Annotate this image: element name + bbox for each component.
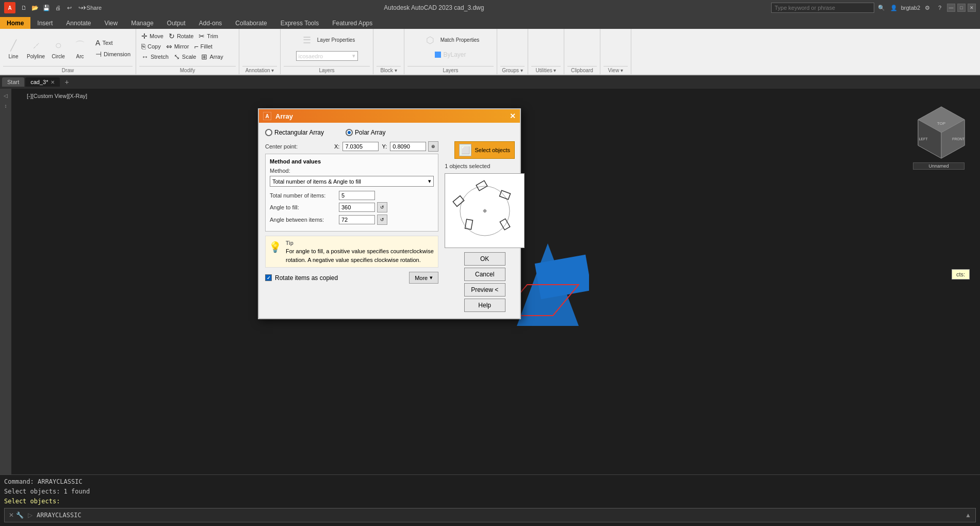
undo-btn[interactable]: ↩ bbox=[64, 3, 74, 13]
ok-btn[interactable]: OK bbox=[464, 252, 505, 266]
maximize-btn[interactable]: □ bbox=[957, 4, 966, 12]
tab-home[interactable]: Home bbox=[0, 17, 30, 29]
file-tab[interactable]: cad_3* ✕ bbox=[25, 77, 59, 87]
tab-output[interactable]: Output bbox=[160, 17, 192, 29]
dialog-right-btns: OK Cancel Preview < Help bbox=[464, 252, 505, 312]
pick-point-btn[interactable]: ⊕ bbox=[428, 141, 438, 152]
select-objects-btn[interactable]: ⬜ Select objects bbox=[454, 141, 514, 159]
new-btn[interactable]: 🗋 bbox=[19, 3, 29, 13]
fillet-btn[interactable]: ⌐Fillet bbox=[192, 41, 214, 52]
search-input[interactable] bbox=[771, 3, 874, 13]
angle-between-input[interactable] bbox=[339, 215, 375, 224]
layers-group-label: Layers bbox=[284, 66, 370, 74]
help-btn[interactable]: Help bbox=[464, 299, 505, 312]
polyline-btn[interactable]: ⟋ Polyline bbox=[25, 36, 47, 61]
method-values-title: Method and values bbox=[270, 158, 434, 165]
add-tab-btn[interactable]: + bbox=[61, 76, 73, 88]
minimize-btn[interactable]: — bbox=[947, 4, 955, 12]
tip-text: For angle to fill, a positive value spec… bbox=[286, 247, 435, 264]
tab-annotate[interactable]: Annotate bbox=[59, 17, 97, 29]
rotate-btn[interactable]: ↻Rotate bbox=[167, 31, 195, 41]
angle-between-label: Angle between items: bbox=[270, 217, 337, 223]
layers-group-items: ☰ Layer Properties icosaedro ▾ bbox=[284, 31, 370, 66]
settings-icon[interactable]: ⚙ bbox=[922, 3, 933, 13]
dialog-preview-box bbox=[445, 173, 525, 248]
layer-properties-btn[interactable]: ☰ Layer Properties bbox=[297, 31, 357, 50]
help-icon[interactable]: ? bbox=[935, 3, 945, 13]
tab-addons[interactable]: Add-ons bbox=[192, 17, 229, 29]
rotate-label: Rotate items as copied bbox=[275, 274, 338, 282]
print-btn[interactable]: 🖨 bbox=[53, 3, 63, 13]
dialog-close-btn[interactable]: ✕ bbox=[510, 112, 516, 120]
dialog-left: Center point: X: Y: ⊕ Method and values … bbox=[265, 141, 438, 312]
rect-array-option[interactable]: Rectangular Array bbox=[265, 129, 324, 136]
stretch-btn[interactable]: ↔Stretch bbox=[139, 52, 171, 62]
close-btn[interactable]: ✕ bbox=[968, 4, 976, 12]
titlebar-right: 🔍 👤 brgtab2 ⚙ ? — □ ✕ bbox=[771, 3, 976, 13]
layer-select[interactable]: icosaedro ▾ bbox=[296, 51, 358, 61]
cmd-input-bar[interactable]: ✕ 🔧 ▷ ▲ bbox=[4, 508, 976, 522]
array-icon: ⊞ bbox=[201, 53, 207, 61]
mirror-btn[interactable]: ⇔Mirror bbox=[164, 41, 191, 52]
angle-between-pick-btn[interactable]: ↺ bbox=[377, 215, 387, 225]
method-value: Total number of items & Angle to fill bbox=[272, 178, 428, 185]
angle-fill-input[interactable] bbox=[339, 203, 375, 212]
tab-close-icon[interactable]: ✕ bbox=[51, 79, 55, 85]
method-select-wrapper[interactable]: Total number of items & Angle to fill ▾ bbox=[270, 176, 434, 187]
search-icon[interactable]: 🔍 bbox=[876, 3, 887, 13]
rotate-checkbox[interactable] bbox=[265, 274, 272, 281]
polar-array-option[interactable]: Polar Array bbox=[346, 129, 385, 136]
annotation-group: Annotation ▾ bbox=[239, 29, 281, 74]
tab-collaborate[interactable]: Collaborate bbox=[228, 17, 273, 29]
match-properties-btn[interactable]: ⬡ Match Properties bbox=[420, 31, 482, 50]
text-btn[interactable]: A Text bbox=[93, 38, 133, 48]
tab-insert[interactable]: Insert bbox=[30, 17, 59, 29]
cancel-btn[interactable]: Cancel bbox=[464, 268, 505, 281]
x-value-input[interactable] bbox=[342, 142, 379, 151]
dimension-btn[interactable]: ⊣ Dimension bbox=[93, 49, 133, 59]
polyline-icon: ⟋ bbox=[28, 37, 44, 54]
copy-btn[interactable]: ⎘Copy bbox=[139, 41, 163, 52]
polar-array-radio[interactable] bbox=[346, 129, 353, 136]
lt-collapse-btn[interactable]: ◁ bbox=[1, 91, 10, 100]
y-value-input[interactable] bbox=[390, 142, 426, 151]
preview-btn[interactable]: Preview < bbox=[464, 283, 505, 297]
draw-group: ╱ Line ⟋ Polyline ○ Circle ⌒ Arc A Text bbox=[0, 29, 136, 74]
stretch-icon: ↔ bbox=[141, 53, 149, 61]
method-dropdown[interactable]: Total number of items & Angle to fill ▾ bbox=[270, 176, 434, 187]
more-btn[interactable]: More ▾ bbox=[409, 272, 438, 284]
text-icon: A bbox=[95, 39, 100, 47]
lt-tool1[interactable]: ↕ bbox=[1, 101, 10, 110]
tab-manage[interactable]: Manage bbox=[124, 17, 160, 29]
open-btn[interactable]: 📂 bbox=[30, 3, 40, 13]
scale-btn[interactable]: ⤡Scale bbox=[172, 52, 199, 62]
array-btn[interactable]: ⊞Array bbox=[199, 52, 225, 62]
polar-array-label: Polar Array bbox=[355, 129, 385, 136]
cmd-input-field[interactable] bbox=[37, 512, 965, 519]
total-items-input[interactable] bbox=[339, 191, 375, 200]
rect-array-radio[interactable] bbox=[265, 129, 272, 136]
line-btn[interactable]: ╱ Line bbox=[3, 36, 24, 61]
move-btn[interactable]: ✛Move bbox=[139, 31, 166, 41]
angle-fill-row: Angle to fill: ↺ bbox=[270, 202, 434, 212]
circle-btn[interactable]: ○ Circle bbox=[48, 36, 69, 61]
tab-view[interactable]: View bbox=[97, 17, 124, 29]
block-group-label: Block ▾ bbox=[377, 66, 401, 74]
trim-btn[interactable]: ✂Trim bbox=[197, 31, 220, 41]
save-btn[interactable]: 💾 bbox=[41, 3, 52, 13]
block-group: Block ▾ bbox=[373, 29, 404, 74]
tab-express[interactable]: Express Tools bbox=[274, 17, 325, 29]
arc-btn[interactable]: ⌒ Arc bbox=[70, 36, 90, 61]
titlebar: A 🗋 📂 💾 🖨 ↩ ↪ ✈ Share Autodesk AutoCAD 2… bbox=[0, 0, 980, 15]
properties-group: ⬡ Match Properties ByLayer Layers bbox=[404, 29, 497, 74]
nav-cube: TOP LEFT FRONT Unnamed bbox=[913, 104, 965, 166]
cmd-expand-icon[interactable]: ▲ bbox=[965, 512, 971, 519]
cmd-line1: Command: ARRAYCLASSIC bbox=[4, 477, 976, 487]
modify-group: ✛Move ↻Rotate ✂Trim ⎘Copy ⇔Mirror ⌐Fille… bbox=[136, 29, 239, 74]
share-btn[interactable]: ✈ Share bbox=[87, 3, 97, 13]
tab-featured[interactable]: Featured Apps bbox=[325, 17, 379, 29]
rotate-checkbox-row[interactable]: Rotate items as copied bbox=[265, 274, 338, 282]
angle-fill-pick-btn[interactable]: ↺ bbox=[377, 202, 387, 212]
start-tab[interactable]: Start bbox=[2, 77, 24, 87]
cmd-lightning-icon: ✕ bbox=[9, 512, 14, 519]
